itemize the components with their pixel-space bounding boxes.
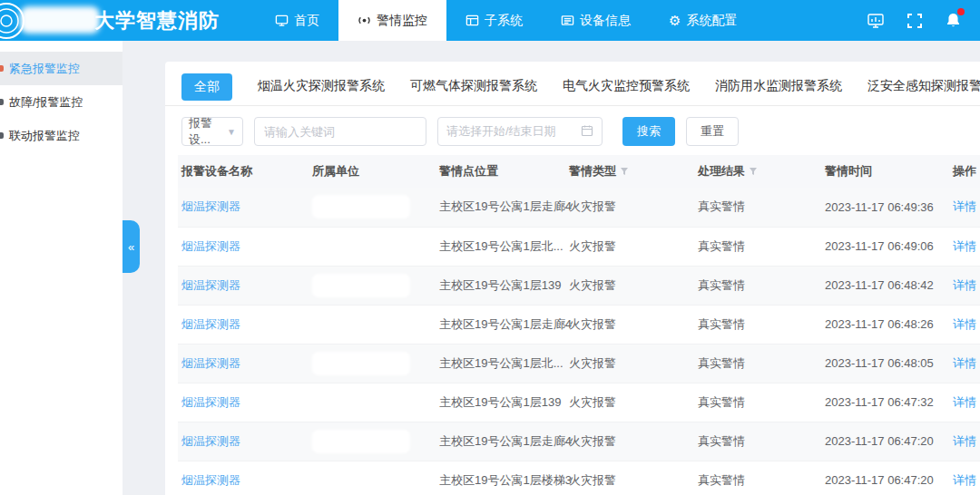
table-row: 烟温探测器 主校区19号公寓1层北... 火灾报警 真实警情 2023-11-1… xyxy=(178,344,980,383)
notification-badge xyxy=(957,8,965,15)
alarm-table: 报警设备名称 所属单位 警情点位置 警情类型 处理结果 警情时间 操作 烟温探测… xyxy=(178,155,980,495)
time-cell: 2023-11-17 06:49:36 xyxy=(821,188,949,227)
alarm-content-card: 全部 烟温火灾探测报警系统 可燃气体探测报警系统 电气火灾监控预警系统 消防用水… xyxy=(165,62,980,495)
nav-item-device-info[interactable]: 设备信息 xyxy=(542,0,650,41)
fault-dot-icon xyxy=(0,99,4,105)
device-name-link[interactable]: 烟温探测器 xyxy=(181,395,240,409)
unit-redacted-blur xyxy=(312,469,410,492)
unit-redacted-blur xyxy=(312,195,410,218)
table-row: 烟温探测器 主校区19号公寓1层楼梯3 火灾报警 真实警情 2023-11-17… xyxy=(178,461,980,495)
sidebar-item-emergency-alarm[interactable]: 紧急报警监控 xyxy=(0,52,122,85)
time-cell: 2023-11-17 06:48:26 xyxy=(821,305,949,344)
detail-link[interactable]: 详情 xyxy=(953,434,976,448)
nav-item-subsystem[interactable]: 子系统 xyxy=(446,0,542,41)
unit-redacted-blur xyxy=(312,274,410,297)
home-icon xyxy=(275,14,289,27)
filter-type-select[interactable]: 报警设... ▼ xyxy=(181,117,243,146)
fullscreen-icon[interactable] xyxy=(906,13,923,29)
alarm-type-cell: 火灾报警 xyxy=(565,227,694,266)
location-cell: 主校区19号公寓1层北... xyxy=(436,344,565,383)
col-actions: 操作 xyxy=(949,155,980,188)
app-title: 大学智慧消防 xyxy=(94,7,220,34)
detail-link[interactable]: 详情 xyxy=(953,317,976,331)
result-cell: 真实警情 xyxy=(694,344,821,383)
filter-funnel-icon[interactable] xyxy=(620,165,629,179)
location-cell: 主校区19号公寓1层北... xyxy=(436,227,565,266)
filter-bar: 报警设... ▼ 请选择开始/结束日期 搜索 重置 xyxy=(165,106,980,155)
location-cell: 主校区19号公寓1层走廊4 xyxy=(436,305,565,344)
sidebar-item-label: 联动报警监控 xyxy=(9,128,80,144)
detail-link[interactable]: 详情 xyxy=(953,473,976,487)
device-info-icon xyxy=(561,14,574,27)
device-name-link[interactable]: 烟温探测器 xyxy=(181,434,240,448)
alarm-monitor-icon xyxy=(358,14,371,27)
device-name-link[interactable]: 烟温探测器 xyxy=(181,317,240,331)
alarm-type-cell: 火灾报警 xyxy=(565,422,694,461)
date-range-picker[interactable]: 请选择开始/结束日期 xyxy=(437,117,603,146)
result-cell: 真实警情 xyxy=(694,305,821,344)
nav-label: 首页 xyxy=(294,13,319,29)
sidebar-item-fault-alarm[interactable]: 故障/报警监控 xyxy=(0,85,122,119)
col-alarm-type[interactable]: 警情类型 xyxy=(565,155,694,188)
location-cell: 主校区19号公寓1层走廊4 xyxy=(436,422,565,461)
col-unit: 所属单位 xyxy=(309,155,436,188)
sidebar-collapse-button[interactable]: « xyxy=(122,220,140,273)
device-name-link[interactable]: 烟温探测器 xyxy=(181,199,240,213)
nav-item-alarm-monitor[interactable]: 警情监控 xyxy=(338,0,446,41)
nav-label: 系统配置 xyxy=(686,13,737,29)
alarm-type-cell: 火灾报警 xyxy=(565,266,694,305)
alarm-type-cell: 火灾报警 xyxy=(565,461,694,495)
alarm-type-cell: 火灾报警 xyxy=(565,383,694,422)
table-row: 烟温探测器 主校区19号公寓1层走廊4 火灾报警 真实警情 2023-11-17… xyxy=(178,305,980,344)
dashboard-screen-icon[interactable] xyxy=(867,12,885,30)
alarm-type-cell: 火灾报警 xyxy=(565,305,694,344)
col-label: 处理结果 xyxy=(698,164,745,178)
col-result[interactable]: 处理结果 xyxy=(694,155,821,188)
logo-area: 大学智慧消防 xyxy=(0,0,245,41)
time-cell: 2023-11-17 06:47:20 xyxy=(821,461,949,495)
alarm-table-body: 烟温探测器 主校区19号公寓1层走廊4 火灾报警 真实警情 2023-11-17… xyxy=(178,188,980,495)
device-name-link[interactable]: 烟温探测器 xyxy=(181,356,240,370)
detail-link[interactable]: 详情 xyxy=(953,199,976,213)
time-cell: 2023-11-17 06:48:05 xyxy=(821,344,949,383)
filter-funnel-icon[interactable] xyxy=(749,165,758,179)
alarm-type-cell: 火灾报警 xyxy=(565,188,694,227)
alarm-type-cell: 火灾报警 xyxy=(565,344,694,383)
tab-all[interactable]: 全部 xyxy=(181,73,232,101)
detail-link[interactable]: 详情 xyxy=(953,395,976,409)
tab-smoke-temp-fire[interactable]: 烟温火灾探测报警系统 xyxy=(258,78,385,103)
device-name-link[interactable]: 烟温探测器 xyxy=(181,473,240,487)
col-alarm-time: 警情时间 xyxy=(821,155,949,188)
detail-link[interactable]: 详情 xyxy=(953,356,976,370)
search-button[interactable]: 搜索 xyxy=(622,117,675,146)
sidebar-item-linkage-alarm[interactable]: 联动报警监控 xyxy=(0,119,122,152)
location-cell: 主校区19号公寓1层139 xyxy=(436,266,565,305)
tab-fire-water[interactable]: 消防用水监测报警系统 xyxy=(715,78,842,103)
top-navbar: 大学智慧消防 首页 警情监控 xyxy=(0,0,980,41)
col-label: 警情类型 xyxy=(569,164,616,178)
nav-label: 设备信息 xyxy=(580,13,631,29)
time-cell: 2023-11-17 06:47:32 xyxy=(821,383,949,422)
detail-link[interactable]: 详情 xyxy=(953,239,976,253)
chevron-down-icon: ▼ xyxy=(227,127,236,137)
unit-redacted-blur xyxy=(312,235,410,258)
device-name-link[interactable]: 烟温探测器 xyxy=(181,278,240,292)
navbar-tools xyxy=(867,0,980,41)
nav-item-settings[interactable]: ⚙ 系统配置 xyxy=(650,0,756,41)
reset-button[interactable]: 重置 xyxy=(686,117,739,146)
tab-pan-security[interactable]: 泛安全感知探测报警系统 xyxy=(867,78,980,103)
detail-link[interactable]: 详情 xyxy=(953,278,976,292)
nav-item-home[interactable]: 首页 xyxy=(256,0,338,41)
sidebar-menu: 紧急报警监控 故障/报警监控 联动报警监控 xyxy=(0,41,122,152)
alarm-dot-icon xyxy=(0,65,4,72)
sidebar-item-label: 故障/报警监控 xyxy=(9,94,83,111)
keyword-input[interactable] xyxy=(254,117,426,146)
unit-redacted-blur xyxy=(312,430,410,453)
device-name-link[interactable]: 烟温探测器 xyxy=(181,239,240,253)
tab-electrical-fire[interactable]: 电气火灾监控预警系统 xyxy=(563,78,690,103)
calendar-icon xyxy=(581,124,593,140)
notification-bell-icon[interactable] xyxy=(945,12,962,29)
nav-label: 子系统 xyxy=(485,13,523,29)
tab-combustible-gas[interactable]: 可燃气体探测报警系统 xyxy=(410,78,537,103)
table-row: 烟温探测器 主校区19号公寓1层139 火灾报警 真实警情 2023-11-17… xyxy=(178,266,980,305)
